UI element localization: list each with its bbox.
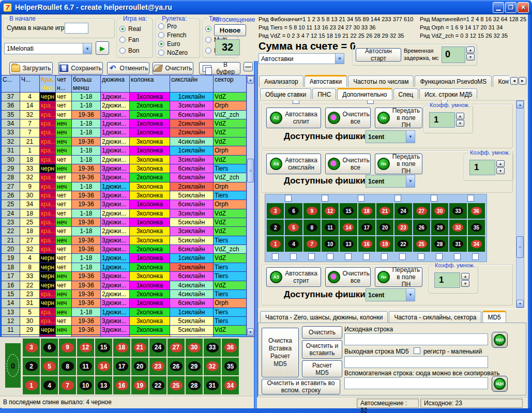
board-number-28[interactable]: 28: [186, 376, 203, 394]
tab-bottom-2[interactable]: MD5: [482, 311, 506, 323]
md5-run-icon[interactable]: МД5: [492, 376, 508, 392]
board-number-15[interactable]: 15: [95, 339, 112, 357]
board-number-27[interactable]: 27: [413, 203, 430, 219]
toolbar-undo-button[interactable]: ↶Отменить: [107, 62, 149, 74]
board-number-18[interactable]: 18: [113, 339, 130, 357]
board-number-8[interactable]: 8: [303, 220, 321, 235]
minimize-button[interactable]: ▁: [493, 2, 504, 13]
board-number-15[interactable]: 15: [340, 203, 357, 219]
register-checkbox[interactable]: [414, 347, 420, 354]
tab-bottom-0[interactable]: Частота - Zero, шансы, дюжины, колонки: [260, 311, 388, 323]
street-checkbox[interactable]: [381, 253, 388, 260]
split-checkbox[interactable]: [285, 195, 292, 202]
board-number-1[interactable]: 1: [267, 236, 284, 252]
transfer-pn-button[interactable]: ПН Передать в поле ПН: [375, 267, 422, 287]
clear-all-button[interactable]: Очистить все: [325, 154, 371, 174]
tab-main-0[interactable]: Анализатор: [259, 75, 303, 87]
street-checkbox[interactable]: [345, 253, 352, 260]
coef-spinner[interactable]: ▲ ▼: [461, 273, 469, 287]
maximize-button[interactable]: ❐: [505, 2, 516, 13]
radio-nozero[interactable]: NoZero: [158, 49, 200, 56]
scroll-down-icon[interactable]: ▼: [247, 328, 254, 336]
coef-spinner[interactable]: ▲ ▼: [456, 113, 464, 127]
tab-sub-1[interactable]: ПНС: [312, 88, 336, 100]
tab-bottom-1[interactable]: Частота - сиклайны, сектора: [389, 311, 481, 323]
board-number-12[interactable]: 12: [77, 339, 94, 357]
md5-clear-button[interactable]: Очистить: [302, 326, 342, 339]
board-number-26[interactable]: 26: [168, 358, 185, 376]
radio-euro[interactable]: Euro: [158, 40, 200, 48]
board-number-19[interactable]: 19: [131, 376, 148, 394]
chevron-down-icon[interactable]: ▼: [406, 175, 415, 187]
board-number-4[interactable]: 4: [285, 236, 302, 252]
board-number-22[interactable]: 22: [394, 236, 412, 252]
board-number-14[interactable]: 14: [340, 220, 357, 235]
spin-down-icon[interactable]: ▼: [456, 120, 464, 127]
chevron-down-icon[interactable]: ▼: [406, 289, 415, 301]
street-checkbox[interactable]: [418, 253, 424, 260]
street-checkbox[interactable]: [472, 253, 479, 260]
board-number-9[interactable]: 9: [303, 203, 321, 219]
collapse-button[interactable]: —: [244, 62, 253, 71]
board-number-28[interactable]: 28: [431, 236, 448, 252]
clear-all-button[interactable]: Очистить все: [325, 108, 371, 128]
board-number-13[interactable]: 13: [340, 236, 357, 252]
board-number-30[interactable]: 30: [431, 203, 448, 219]
autobet-street-button[interactable]: A3 Автоставка стрит: [266, 267, 321, 287]
md5-out-input[interactable]: [344, 356, 488, 368]
split-checkbox[interactable]: [322, 195, 328, 202]
board-number-24[interactable]: 24: [149, 339, 166, 357]
autobet-sixline-button[interactable]: A6 Автоставка сикслайн: [266, 154, 321, 174]
board-number-30[interactable]: 30: [186, 339, 203, 357]
board-number-35[interactable]: 35: [468, 220, 485, 235]
radio-fan[interactable]: Fan: [119, 36, 153, 43]
radio-real[interactable]: Real: [119, 25, 153, 33]
tab-sub-3[interactable]: Спец: [393, 88, 419, 100]
tab-sub-2[interactable]: Дополнительно: [337, 88, 392, 100]
tab-main-4[interactable]: Контроль банкрол: [493, 75, 509, 87]
board-number-36[interactable]: 36: [222, 339, 239, 357]
spin-up-icon[interactable]: ▲: [466, 47, 475, 53]
title-bar[interactable]: 7 HelperRoullet 6.7 - create helperroull…: [0, 0, 532, 14]
chevron-down-icon[interactable]: ▼: [83, 43, 92, 54]
board-number-25[interactable]: 25: [413, 236, 430, 252]
md5-icon[interactable]: МД5: [492, 332, 508, 348]
board-number-6[interactable]: 6: [41, 339, 58, 357]
close-button[interactable]: ✕: [518, 2, 529, 13]
md5-calc-button[interactable]: Расчет MD5: [302, 360, 342, 377]
board-number-16[interactable]: 16: [113, 376, 130, 394]
autospin-start-button[interactable]: Автоспин старт: [356, 48, 401, 62]
md5-big-button[interactable]: Очистка Вставка Расчет MD5: [262, 328, 299, 377]
toolbar-folder-open-button[interactable]: Загрузить: [9, 62, 53, 74]
board-number-32[interactable]: 32: [449, 220, 466, 235]
toolbar-copy-button[interactable]: В буфер: [199, 62, 240, 74]
board-number-27[interactable]: 27: [168, 339, 185, 357]
board-number-18[interactable]: 18: [358, 203, 375, 219]
board-number-25[interactable]: 25: [168, 376, 185, 394]
street-checkbox[interactable]: [290, 253, 297, 260]
mode-combo[interactable]: Автоставки ▼: [259, 53, 344, 64]
md5-clear-paste-button[interactable]: Очистить и вставить: [302, 340, 342, 359]
new-autoshift-button[interactable]: Новое: [214, 24, 246, 36]
md5-aux-input[interactable]: [344, 377, 488, 389]
board-number-29[interactable]: 29: [186, 358, 203, 376]
board-number-33[interactable]: 33: [449, 203, 466, 219]
spin-down-icon[interactable]: ▼: [466, 54, 475, 60]
scroll-up-icon[interactable]: ▲: [516, 101, 524, 109]
split-checkbox[interactable]: [467, 195, 474, 202]
board-number-34[interactable]: 34: [222, 376, 239, 394]
md5-aux-paste-button[interactable]: Очистить и вставить во вспом. строку: [262, 379, 340, 394]
spin-up-icon[interactable]: ▲: [496, 160, 505, 167]
split-checkbox[interactable]: [394, 195, 401, 202]
board-number-22[interactable]: 22: [149, 376, 166, 394]
split-checkbox[interactable]: [358, 195, 364, 202]
board-number-1[interactable]: 1: [23, 376, 40, 394]
tab-main-3[interactable]: Функционал PsevdoMS: [415, 75, 492, 87]
tab-main-2[interactable]: Частоты по числам: [348, 75, 414, 87]
table-scrollbar[interactable]: ▲ ▼: [247, 75, 254, 336]
board-number-17[interactable]: 17: [358, 220, 375, 235]
street-checkbox[interactable]: [272, 253, 279, 260]
clipped-checkbox[interactable]: [293, 100, 299, 104]
panel-scrollbar-thumb[interactable]: [516, 236, 524, 258]
clear-all-button[interactable]: Очистить все: [325, 267, 371, 287]
